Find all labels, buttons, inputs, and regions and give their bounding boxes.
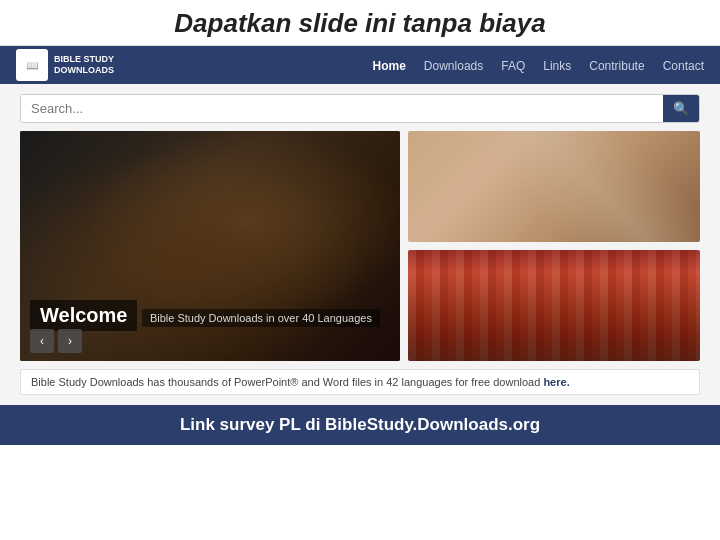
search-row: 🔍 xyxy=(20,94,700,123)
navbar: 📖 BIBLE STUDY DOWNLOADS Home Downloads F… xyxy=(0,46,720,84)
logo-text: BIBLE STUDY DOWNLOADS xyxy=(54,54,114,76)
nav-item-home[interactable]: Home xyxy=(373,56,406,74)
nav-item-contact[interactable]: Contact xyxy=(663,56,704,74)
slider-controls: ‹ › xyxy=(30,329,82,353)
slider-welcome-text: Welcome xyxy=(30,300,137,331)
nav-links: Home Downloads FAQ Links Contribute Cont… xyxy=(373,56,704,74)
nav-link-downloads[interactable]: Downloads xyxy=(424,59,483,73)
slider-next-button[interactable]: › xyxy=(58,329,82,353)
nav-item-links[interactable]: Links xyxy=(543,56,571,74)
banner-title: Dapatkan slide ini tanpa biaya xyxy=(0,8,720,39)
top-banner: Dapatkan slide ini tanpa biaya xyxy=(0,0,720,46)
nav-link-faq[interactable]: FAQ xyxy=(501,59,525,73)
nav-link-home[interactable]: Home xyxy=(373,59,406,73)
side-images xyxy=(408,131,700,361)
search-icon: 🔍 xyxy=(673,101,689,116)
description-link[interactable]: here. xyxy=(543,376,569,388)
content-grid: Welcome Bible Study Downloads in over 40… xyxy=(20,131,700,361)
side-image-laptop xyxy=(408,131,700,242)
search-button[interactable]: 🔍 xyxy=(663,95,699,122)
bottom-bar-text: Link survey PL di BibleStudy.Downloads.o… xyxy=(0,415,720,435)
nav-link-links[interactable]: Links xyxy=(543,59,571,73)
bottom-bar: Link survey PL di BibleStudy.Downloads.o… xyxy=(0,405,720,445)
search-input[interactable] xyxy=(21,95,663,122)
slider-prev-button[interactable]: ‹ xyxy=(30,329,54,353)
nav-item-downloads[interactable]: Downloads xyxy=(424,56,483,74)
main-slider: Welcome Bible Study Downloads in over 40… xyxy=(20,131,400,361)
nav-item-contribute[interactable]: Contribute xyxy=(589,56,644,74)
side-image-books xyxy=(408,250,700,361)
logo-icon: 📖 xyxy=(16,49,48,81)
bottom-description: Bible Study Downloads has thousands of P… xyxy=(20,369,700,395)
nav-link-contact[interactable]: Contact xyxy=(663,59,704,73)
logo-area: 📖 BIBLE STUDY DOWNLOADS xyxy=(16,49,114,81)
slider-caption: Welcome Bible Study Downloads in over 40… xyxy=(30,300,380,331)
book-icon: 📖 xyxy=(26,60,38,71)
nav-link-contribute[interactable]: Contribute xyxy=(589,59,644,73)
main-content: 🔍 Welcome Bible Study Downloads in over … xyxy=(0,84,720,405)
nav-item-faq[interactable]: FAQ xyxy=(501,56,525,74)
description-text: Bible Study Downloads has thousands of P… xyxy=(31,376,543,388)
slider-subtitle: Bible Study Downloads in over 40 Languag… xyxy=(142,309,380,327)
